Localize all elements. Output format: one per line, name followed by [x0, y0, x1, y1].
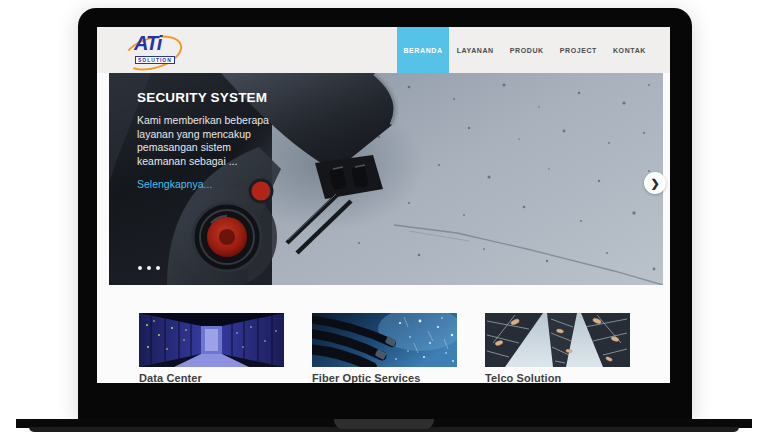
telco-towers-photo — [485, 313, 630, 367]
logo-subtitle: SOLUTION — [135, 56, 175, 64]
slider-dot-3[interactable] — [156, 266, 160, 270]
services-row: Data Center — [139, 313, 630, 383]
site-header: ATi SOLUTION BERANDA LAYANAN PRODUK PROJ… — [97, 27, 670, 73]
slider-dot-1[interactable] — [138, 266, 142, 270]
card-telco-solution[interactable]: Telco Solution — [485, 313, 630, 383]
card-title: Data Center — [139, 372, 284, 383]
nav-item-layanan[interactable]: LAYANAN — [449, 27, 502, 73]
hero-slider: SECURITY SYSTEM Kami memberikan beberapa… — [109, 73, 663, 285]
logo-text: ATi — [134, 32, 161, 54]
card-title: Telco Solution — [485, 372, 630, 383]
read-more-link[interactable]: Selengkapnya... — [137, 178, 212, 190]
chevron-right-icon: ❯ — [650, 176, 659, 189]
fiber-optic-photo — [312, 313, 457, 367]
slider-next-button[interactable]: ❯ — [644, 172, 666, 194]
slider-dots — [138, 266, 160, 270]
laptop-screen-bezel: ATi SOLUTION BERANDA LAYANAN PRODUK PROJ… — [78, 8, 692, 419]
card-data-center[interactable]: Data Center — [139, 313, 284, 383]
hero-title: SECURITY SYSTEM — [137, 90, 293, 105]
main-nav: BERANDA LAYANAN PRODUK PROJECT KONTAK — [397, 27, 654, 73]
nav-item-beranda[interactable]: BERANDA — [397, 27, 448, 73]
nav-item-produk[interactable]: PRODUK — [502, 27, 552, 73]
card-fiber-optic[interactable]: Fiber Optic Services — [312, 313, 457, 383]
ati-logo[interactable]: ATi SOLUTION — [125, 31, 183, 71]
data-center-photo — [139, 313, 284, 367]
laptop-latch-notch — [334, 419, 434, 429]
nav-item-kontak[interactable]: KONTAK — [605, 27, 654, 73]
website-viewport: ATi SOLUTION BERANDA LAYANAN PRODUK PROJ… — [97, 27, 670, 383]
card-title: Fiber Optic Services — [312, 372, 457, 383]
nav-item-project[interactable]: PROJECT — [552, 27, 605, 73]
hero-description: Kami memberikan beberapa layanan yang me… — [137, 114, 293, 168]
hero-caption: SECURITY SYSTEM Kami memberikan beberapa… — [137, 90, 293, 192]
slider-dot-2[interactable] — [147, 266, 151, 270]
